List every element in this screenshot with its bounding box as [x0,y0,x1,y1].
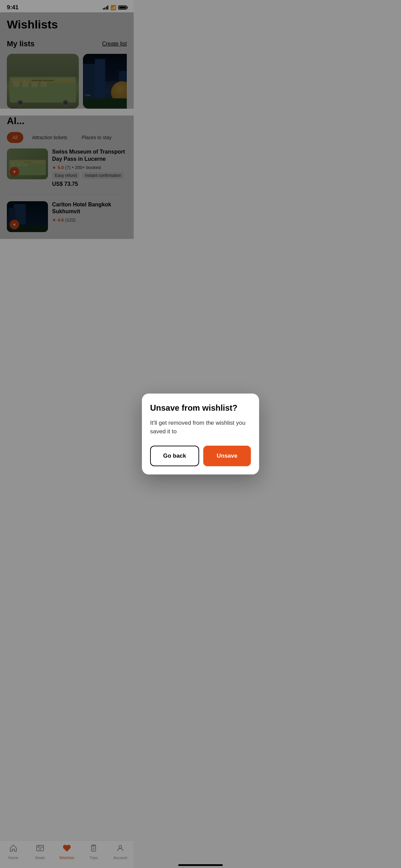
modal-overlay[interactable]: Unsave from wishlist? It'll get removed … [0,0,134,289]
